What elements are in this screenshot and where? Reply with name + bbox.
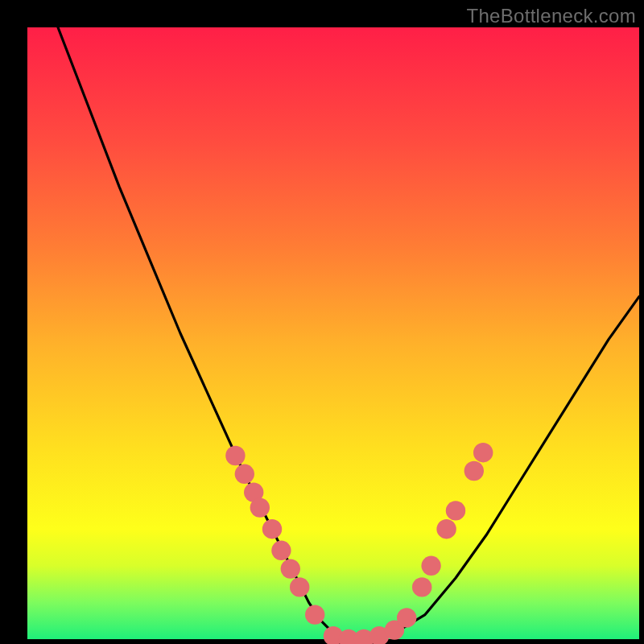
data-marker — [235, 464, 254, 484]
data-marker — [281, 559, 300, 578]
data-marker — [250, 497, 270, 517]
plot-area — [27, 27, 639, 639]
data-marker — [473, 443, 493, 462]
data-marker — [446, 501, 465, 520]
watermark-text: TheBottleneck.com — [466, 5, 636, 27]
chart-svg — [27, 27, 639, 639]
data-marker — [225, 446, 245, 465]
marker-group — [225, 443, 493, 644]
data-marker — [436, 519, 456, 539]
bottleneck-curve — [58, 27, 639, 639]
data-marker — [464, 461, 484, 481]
data-marker — [397, 608, 416, 627]
data-marker — [421, 556, 440, 576]
data-marker — [271, 541, 291, 560]
chart-frame: TheBottleneck.com — [0, 0, 644, 644]
data-marker — [262, 519, 282, 539]
data-marker — [412, 577, 431, 597]
data-marker — [290, 577, 309, 597]
data-marker — [305, 605, 324, 624]
